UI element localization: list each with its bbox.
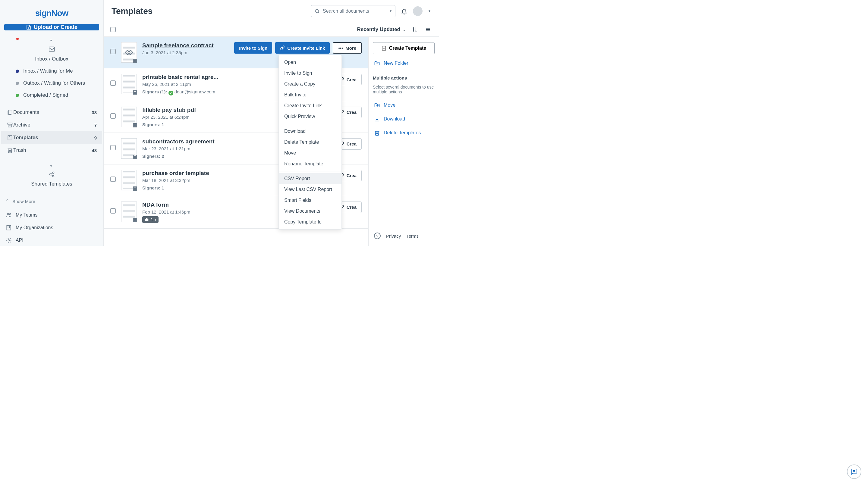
menu-bulk[interactable]: Bulk Invite (279, 90, 341, 100)
share-icon (49, 171, 55, 177)
menu-view-docs[interactable]: View Documents (279, 206, 341, 216)
terms-link[interactable]: Terms (406, 233, 419, 239)
new-folder-link[interactable]: New Folder (373, 58, 435, 68)
menu-last-csv[interactable]: View Last CSV Report (279, 184, 341, 195)
sort-label: Recently Updated (357, 26, 400, 33)
doc-title[interactable]: printable basic rental agre... (142, 74, 287, 80)
trash-icon (374, 130, 380, 136)
sub-label: Inbox / Waiting for Me (23, 68, 73, 74)
bell-icon[interactable] (401, 8, 407, 15)
more-button[interactable]: •••More (333, 42, 362, 54)
signers-chip[interactable]: 1› (142, 216, 159, 223)
download-link[interactable]: Download (373, 114, 435, 124)
document-list: T Sample freelance contract Jun 3, 2021 … (104, 37, 368, 246)
nav-label: Archive (13, 122, 31, 128)
doc-thumbnail[interactable]: T (121, 74, 137, 94)
delete-templates-link[interactable]: Delete Templates (373, 128, 435, 138)
sidebar-shared-templates[interactable]: ▼ Shared Templates (0, 162, 104, 190)
upload-label: Upload or Create (34, 24, 77, 31)
row-checkbox[interactable] (110, 49, 116, 54)
more-menu: Open Invite to Sign Create a Copy Bulk I… (278, 55, 342, 230)
create-invite-link-button[interactable]: Create Invite Link (275, 42, 330, 54)
doc-title[interactable]: fillable pay stub pdf (142, 107, 287, 113)
row-checkbox[interactable] (110, 208, 116, 213)
row-checkbox[interactable] (110, 113, 116, 119)
sidebar-archive[interactable]: Archive7 (1, 119, 102, 131)
download-icon (374, 116, 380, 122)
doc-thumbnail[interactable]: T (121, 138, 137, 159)
briefcase-icon (145, 217, 149, 222)
doc-signers: Signers (1): ✓dean@signnow.com (142, 89, 287, 95)
sidebar-my-orgs[interactable]: My Organizations (0, 222, 104, 234)
nav-count: 7 (94, 122, 97, 128)
multiple-actions-title: Multiple actions (373, 75, 435, 80)
row-checkbox[interactable] (110, 145, 116, 150)
chevron-down-icon[interactable]: ▼ (428, 10, 431, 13)
sidebar-inbox-outbox[interactable]: ▼ Inbox / Outbox (1, 36, 102, 65)
doc-signers: Signers: 2 (142, 154, 287, 159)
menu-smart-fields[interactable]: Smart Fields (279, 195, 341, 206)
search-input[interactable]: Search all documents ▼ (311, 5, 395, 17)
help-icon[interactable]: ? (374, 232, 381, 239)
menu-download[interactable]: Download (279, 126, 341, 137)
nav-label: Templates (13, 135, 38, 141)
sort-direction-icon[interactable] (410, 25, 419, 34)
menu-preview[interactable]: Quick Preview (279, 111, 341, 122)
building-icon (5, 224, 12, 231)
svg-point-8 (52, 172, 54, 173)
sidebar-trash[interactable]: Trash48 (1, 144, 102, 157)
sidebar-my-teams[interactable]: My Teams (0, 209, 104, 222)
avatar[interactable] (413, 6, 423, 16)
nav-count: 9 (94, 135, 97, 140)
menu-csv-report[interactable]: CSV Report (279, 173, 341, 184)
row-checkbox[interactable] (110, 176, 116, 182)
sidebar-templates[interactable]: Templates9 (1, 131, 102, 144)
sidebar-documents[interactable]: Documents38 (1, 106, 102, 119)
chevron-right-icon: › (155, 217, 156, 222)
template-badge-icon: T (133, 187, 137, 191)
doc-title[interactable]: purchase order template (142, 170, 287, 176)
mail-icon (49, 46, 55, 52)
sub-label: Outbox / Waiting for Others (23, 80, 85, 86)
menu-copy[interactable]: Create a Copy (279, 79, 341, 90)
show-more-label: Show More (12, 199, 35, 204)
doc-title[interactable]: subcontractors agreement (142, 138, 287, 145)
doc-title[interactable]: NDA form (142, 202, 287, 208)
svg-rect-3 (9, 110, 12, 114)
privacy-link[interactable]: Privacy (386, 233, 401, 239)
create-template-button[interactable]: Create Template (373, 42, 435, 54)
sort-dropdown[interactable]: Recently Updated⌄ (357, 26, 406, 33)
sidebar-sub-outbox[interactable]: Outbox / Waiting for Others (1, 77, 102, 89)
templates-icon (7, 134, 13, 141)
chevron-down-icon: ▼ (389, 10, 392, 13)
menu-move[interactable]: Move (279, 148, 341, 158)
svg-point-14 (9, 213, 11, 214)
sidebar-sub-completed[interactable]: Completed / Signed (1, 89, 102, 101)
sidebar-api[interactable]: API (0, 234, 104, 246)
invite-to-sign-button[interactable]: Invite to Sign (234, 42, 272, 54)
doc-thumbnail[interactable]: T (121, 170, 137, 190)
select-all-checkbox[interactable] (110, 27, 116, 32)
move-link[interactable]: Move (373, 100, 435, 110)
menu-delete[interactable]: Delete Template (279, 137, 341, 148)
show-more-toggle[interactable]: ⌃Show More (0, 195, 104, 208)
sub-label: Completed / Signed (23, 92, 68, 98)
nav-count: 38 (92, 110, 97, 115)
doc-thumbnail[interactable]: T (121, 107, 137, 127)
menu-invite[interactable]: Invite to Sign (279, 68, 341, 79)
menu-copy-id[interactable]: Copy Template Id (279, 216, 341, 227)
menu-create-link[interactable]: Create Invite Link (279, 100, 341, 111)
upload-button[interactable]: Upload or Create (4, 24, 99, 31)
row-checkbox[interactable] (110, 80, 116, 86)
sidebar-sub-inbox[interactable]: Inbox / Waiting for Me (1, 65, 102, 77)
multiple-actions-desc: Select several documents to use multiple… (373, 84, 435, 94)
menu-rename[interactable]: Rename Template (279, 158, 341, 169)
doc-thumbnail[interactable]: T (121, 42, 137, 63)
doc-thumbnail[interactable]: T (121, 202, 137, 222)
doc-title[interactable]: Sample freelance contract (142, 42, 229, 49)
menu-open[interactable]: Open (279, 57, 341, 68)
status-dot-icon (16, 82, 19, 85)
svg-line-23 (318, 12, 319, 13)
footer-label: My Teams (16, 212, 38, 218)
view-list-icon[interactable] (424, 25, 432, 34)
